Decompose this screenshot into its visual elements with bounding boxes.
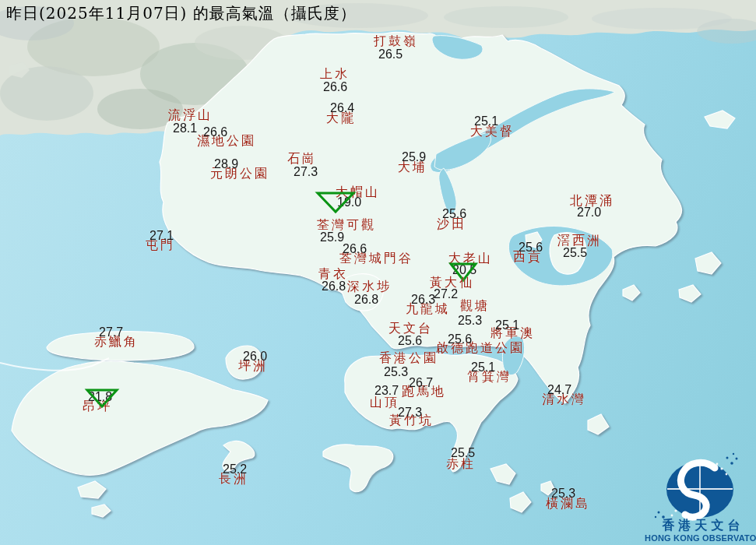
station-name-label: 深水埗 (347, 280, 392, 293)
station-temperature-value: 25.9 (320, 231, 344, 244)
station-temperature-value: 26.4 (330, 102, 354, 114)
station-name-label: 荃灣可觀 (317, 219, 376, 231)
station-name-label: 天文台 (389, 322, 433, 335)
observatory-name-english: HONG KONG OBSERVATORY (645, 533, 756, 543)
station-temperature-value: 25.6 (398, 335, 422, 347)
station-name-label: 香港公園 (379, 352, 438, 364)
station-name-label: 打鼓嶺 (374, 35, 418, 47)
station-temperature-value: 26.5 (378, 48, 403, 61)
lamma-island (323, 445, 393, 492)
map-title: 昨日(2025年11月07日) 的最高氣溫（攝氏度） (6, 3, 357, 24)
station-name-label: 山頂 (370, 396, 399, 409)
tung-lung-island (588, 414, 609, 434)
observatory-name-chinese: 香港天文台 (656, 518, 750, 534)
station-name-label: 滘西洲 (557, 234, 602, 247)
station-temperature-value: 27.0 (577, 206, 601, 219)
station-name-label: 上水 (320, 68, 350, 80)
station-temperature-value: 27.3 (398, 406, 422, 419)
station-temperature-value: 25.6 (448, 333, 472, 346)
station-temperature-value: 26.6 (343, 243, 367, 255)
station-temperature-value: 26.8 (322, 280, 346, 293)
station-temperature-value: 26.0 (243, 350, 267, 363)
station-temperature-value: 25.6 (519, 241, 543, 254)
station-temperature-value: 26.7 (409, 377, 433, 389)
station-temperature-value: 26.3 (411, 294, 435, 306)
station-name-label: 流浮山 (168, 109, 213, 121)
hong-kong-map (0, 0, 756, 545)
station-name-label: 石崗 (287, 153, 317, 165)
record-marker-triangle-icon (85, 388, 119, 409)
station-temperature-value: 25.1 (471, 361, 495, 374)
station-temperature-value: 24.7 (547, 384, 571, 396)
station-temperature-value: 28.1 (173, 122, 197, 135)
station-name-label: 觀塘 (460, 300, 490, 312)
station-temperature-value: 27.1 (149, 230, 174, 242)
station-temperature-value: 26.6 (323, 81, 347, 93)
station-temperature-value: 25.1 (474, 115, 498, 128)
station-temperature-value: 28.9 (214, 158, 238, 171)
station-temperature-value: 27.7 (99, 326, 123, 339)
station-temperature-value: 25.3 (458, 315, 482, 327)
station-temperature-value: 26.8 (354, 294, 378, 306)
station-temperature-value: 25.3 (551, 487, 575, 500)
station-temperature-value: 25.3 (384, 366, 408, 378)
station-temperature-value: 25.9 (402, 151, 426, 164)
station-temperature-value: 27.3 (294, 166, 318, 178)
station-temperature-value: 23.7 (374, 385, 399, 397)
station-name-label: 赤柱 (446, 458, 476, 470)
record-marker-triangle-icon (315, 191, 356, 214)
po-toi-islands (491, 464, 515, 484)
hko-logo (655, 453, 738, 523)
station-temperature-value: 26.6 (203, 126, 227, 139)
station-temperature-value: 27.2 (434, 288, 458, 301)
station-temperature-value: 25.2 (223, 463, 247, 476)
station-temperature-value: 25.5 (451, 447, 475, 459)
station-temperature-value: 25.1 (495, 319, 519, 332)
hko-max-temperature-map: 昨日(2025年11月07日) 的最高氣溫（攝氏度） 打鼓嶺26.5上水26.6… (0, 0, 756, 545)
station-name-label: 青衣 (318, 268, 348, 280)
title-bar: 昨日(2025年11月07日) 的最高氣溫（攝氏度） (0, 0, 756, 26)
station-temperature-value: 25.6 (442, 208, 466, 220)
soko-islands (78, 481, 106, 498)
station-temperature-value: 25.5 (563, 247, 587, 259)
